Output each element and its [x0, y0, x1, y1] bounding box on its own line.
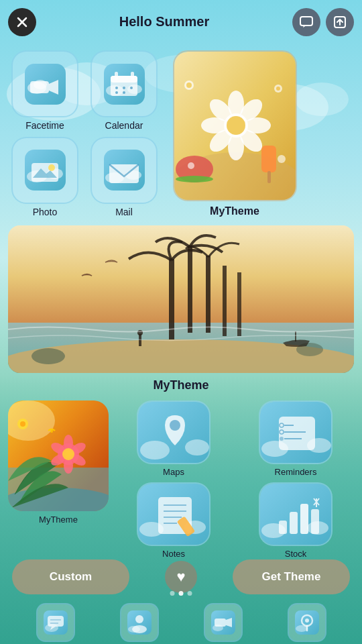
svg-rect-115 [300, 504, 308, 534]
svg-rect-116 [311, 509, 319, 534]
svg-rect-12 [30, 81, 49, 93]
app-notes[interactable]: Notes [115, 482, 232, 559]
page-dot-1 [170, 591, 175, 596]
svg-point-89 [185, 439, 209, 455]
app-facetime[interactable]: Facetime [8, 50, 82, 131]
svg-rect-61 [169, 259, 174, 339]
featured-mytheme-top-label: MyTheme [210, 205, 259, 217]
bottom-apps-row: MyTheme [8, 400, 354, 559]
svg-point-49 [176, 176, 213, 182]
app-calendar[interactable]: Calendar [87, 50, 161, 131]
svg-point-25 [123, 91, 125, 94]
svg-point-31 [48, 164, 55, 171]
svg-rect-63 [206, 256, 210, 333]
svg-point-57 [278, 155, 286, 163]
svg-rect-114 [290, 512, 298, 534]
svg-point-83 [62, 448, 74, 460]
svg-rect-94 [279, 417, 315, 450]
share-button[interactable] [326, 8, 354, 36]
bottom-dock [0, 600, 362, 644]
app-photo-label: Photo [33, 207, 58, 217]
svg-point-133 [305, 619, 309, 623]
svg-point-88 [140, 441, 170, 460]
svg-point-100 [280, 437, 284, 441]
svg-point-86 [50, 430, 53, 433]
top-apps-row: Facetime [8, 50, 354, 217]
svg-rect-70 [295, 331, 296, 341]
small-icons-grid: Maps [115, 400, 354, 559]
svg-point-24 [115, 91, 118, 94]
heart-button[interactable]: ♥ [165, 561, 197, 593]
svg-point-55 [276, 87, 280, 91]
app-maps[interactable]: Maps [115, 400, 232, 477]
page-dot-2 [179, 591, 184, 596]
svg-rect-119 [48, 616, 64, 627]
get-theme-button[interactable]: Get Theme [233, 559, 350, 594]
svg-rect-50 [261, 146, 276, 172]
dock-findmy[interactable] [288, 603, 326, 642]
app-mytheme-large[interactable]: MyTheme [8, 400, 109, 559]
featured-mytheme-top[interactable]: MyTheme [168, 50, 302, 217]
svg-point-23 [130, 87, 133, 89]
app-mail[interactable]: Mail [87, 137, 161, 218]
svg-rect-7 [300, 17, 312, 25]
svg-rect-19 [115, 72, 118, 80]
svg-point-124 [135, 615, 143, 623]
app-reminders-label: Reminders [275, 467, 317, 477]
app-calendar-label: Calendar [105, 120, 143, 131]
svg-rect-51 [267, 171, 271, 183]
svg-rect-128 [215, 619, 226, 627]
svg-point-125 [132, 625, 147, 633]
svg-point-56 [188, 162, 194, 169]
app-mail-label: Mail [115, 207, 133, 217]
svg-point-22 [123, 87, 125, 89]
svg-point-21 [115, 87, 118, 89]
svg-point-90 [170, 420, 180, 431]
svg-rect-64 [223, 266, 227, 336]
page-dot-3 [188, 591, 192, 596]
small-apps-grid: Facetime [8, 50, 161, 217]
svg-rect-20 [131, 72, 134, 80]
app-reminders[interactable]: Reminders [237, 400, 354, 477]
svg-rect-62 [188, 246, 192, 333]
dock-contacts[interactable] [120, 603, 159, 642]
app-facetime-label: Facetime [25, 120, 64, 131]
svg-point-85 [20, 421, 25, 427]
svg-point-53 [186, 83, 192, 88]
svg-rect-65 [237, 272, 241, 336]
custom-button[interactable]: Custom [12, 559, 129, 594]
dock-facetime[interactable] [204, 603, 243, 642]
svg-rect-113 [279, 521, 287, 534]
close-button[interactable] [8, 8, 36, 36]
app-stocks[interactable]: Stock [237, 482, 354, 559]
app-maps-label: Maps [163, 467, 184, 477]
page-dots [170, 591, 192, 596]
svg-point-68 [32, 348, 65, 364]
chat-button[interactable] [292, 8, 320, 36]
svg-point-47 [227, 116, 245, 135]
page-title: Hello Summer [119, 14, 209, 30]
wallpaper-section: MyTheme [8, 225, 354, 392]
dock-messages[interactable] [36, 603, 75, 642]
app-mytheme-large-label: MyTheme [39, 515, 78, 525]
app-photo[interactable]: Photo [8, 137, 82, 218]
header-actions [292, 8, 354, 36]
wallpaper-label: MyTheme [8, 378, 354, 392]
header: Hello Summer [0, 0, 362, 44]
wallpaper-preview[interactable] [8, 225, 354, 373]
